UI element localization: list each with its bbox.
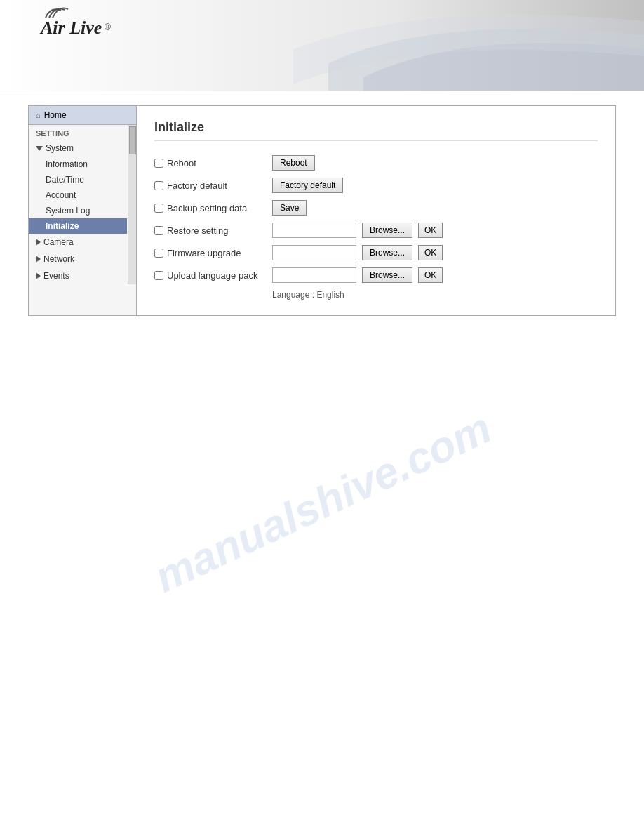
restore-setting-browse-button[interactable]: Browse... [362, 223, 412, 238]
upload-language-label: Upload language pack [154, 270, 267, 281]
logo-text: Air Live [41, 18, 102, 38]
firmware-upgrade-label: Firmware upgrade [154, 248, 267, 258]
factory-default-label-text: Factory default [167, 180, 227, 191]
factory-default-checkbox[interactable] [154, 181, 163, 190]
upload-language-checkbox[interactable] [154, 271, 163, 280]
factory-default-label: Factory default [154, 180, 267, 191]
reboot-checkbox[interactable] [154, 159, 163, 168]
factory-default-button[interactable]: Factory default [272, 178, 343, 193]
sidebar-item-account[interactable]: Account [29, 187, 127, 203]
reboot-label-text: Reboot [167, 158, 196, 168]
setting-label: SETTING [29, 125, 127, 140]
sidebar-item-systemlog[interactable]: System Log [29, 203, 127, 218]
content-panel: Initialize Reboot Reboot Factory default… [137, 105, 616, 316]
firmware-upgrade-label-text: Firmware upgrade [167, 248, 241, 258]
factory-default-row: Factory default Factory default [154, 178, 598, 193]
sidebar-events-label: Events [43, 271, 69, 281]
restore-setting-ok-button[interactable]: OK [418, 223, 443, 238]
sidebar-scroll-thumb[interactable] [129, 126, 136, 154]
restore-setting-checkbox[interactable] [154, 226, 163, 235]
sidebar-system-label: System [46, 143, 74, 153]
firmware-upgrade-input[interactable] [272, 245, 356, 260]
sidebar-network[interactable]: Network [29, 251, 127, 267]
home-icon: ⌂ [36, 111, 41, 119]
restore-setting-label: Restore setting [154, 225, 267, 236]
sidebar-camera[interactable]: Camera [29, 234, 127, 251]
firmware-upgrade-row: Firmware upgrade Browse... OK [154, 245, 598, 260]
sidebar-scroll-area: SETTING System Information Date/Time Acc… [29, 125, 136, 284]
sidebar-camera-label: Camera [43, 237, 74, 247]
sidebar-item-information[interactable]: Information [29, 157, 127, 172]
triangle-right-icon-3 [36, 272, 41, 279]
backup-setting-row: Backup setting data Save [154, 200, 598, 216]
signal-icon [42, 5, 81, 20]
upload-language-row: Upload language pack Browse... OK [154, 267, 598, 283]
sidebar-scrollbar[interactable] [128, 125, 136, 284]
logo-reg: ® [105, 22, 111, 32]
sidebar-item-initialize[interactable]: Initialize [29, 218, 127, 234]
logo: Air Live ® [35, 18, 111, 39]
sidebar-datetime-label: Date/Time [46, 175, 84, 185]
backup-setting-label: Backup setting data [154, 203, 267, 213]
restore-setting-row: Restore setting Browse... OK [154, 223, 598, 238]
firmware-upgrade-browse-button[interactable]: Browse... [362, 245, 412, 260]
backup-setting-label-text: Backup setting data [167, 203, 247, 213]
sidebar-item-datetime[interactable]: Date/Time [29, 172, 127, 187]
firmware-upgrade-checkbox[interactable] [154, 249, 163, 258]
upload-language-browse-button[interactable]: Browse... [362, 267, 412, 283]
header: Air Live ® [0, 0, 644, 91]
reboot-row: Reboot Reboot [154, 155, 598, 171]
page-title: Initialize [154, 120, 598, 141]
sidebar-system[interactable]: System [29, 140, 127, 157]
sidebar-initialize-label: Initialize [46, 221, 79, 231]
sidebar-systemlog-label: System Log [46, 206, 90, 216]
sidebar-home[interactable]: ⌂ Home [29, 106, 136, 125]
watermark: manualshive.com [147, 402, 499, 602]
triangle-down-icon [36, 146, 43, 151]
reboot-label: Reboot [154, 158, 267, 168]
triangle-right-icon-2 [36, 256, 41, 263]
save-button[interactable]: Save [272, 200, 307, 216]
sidebar-information-label: Information [46, 159, 88, 169]
reboot-button[interactable]: Reboot [272, 155, 315, 171]
language-note: Language : English [272, 290, 598, 300]
sidebar-home-label: Home [44, 110, 67, 120]
header-swoosh [223, 0, 644, 91]
upload-language-input[interactable] [272, 267, 356, 283]
sidebar-account-label: Account [46, 190, 76, 200]
sidebar: ⌂ Home SETTING System Information Date/T… [28, 105, 137, 316]
triangle-right-icon [36, 239, 41, 246]
sidebar-network-label: Network [43, 254, 74, 264]
main-wrapper: ⌂ Home SETTING System Information Date/T… [0, 91, 644, 330]
firmware-upgrade-ok-button[interactable]: OK [418, 245, 443, 260]
restore-setting-label-text: Restore setting [167, 225, 228, 236]
upload-language-label-text: Upload language pack [167, 270, 257, 281]
backup-setting-checkbox[interactable] [154, 204, 163, 213]
sidebar-events[interactable]: Events [29, 267, 127, 284]
restore-setting-input[interactable] [272, 223, 356, 238]
upload-language-ok-button[interactable]: OK [418, 267, 443, 283]
